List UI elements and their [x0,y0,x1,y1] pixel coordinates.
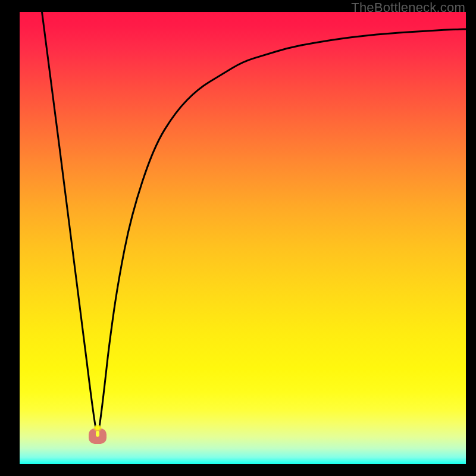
chart-frame: TheBottleneck.com [0,0,476,476]
plot-area [20,12,466,464]
watermark-text: TheBottleneck.com [351,0,465,15]
optimal-marker [89,428,107,444]
bottleneck-curve [20,12,466,464]
